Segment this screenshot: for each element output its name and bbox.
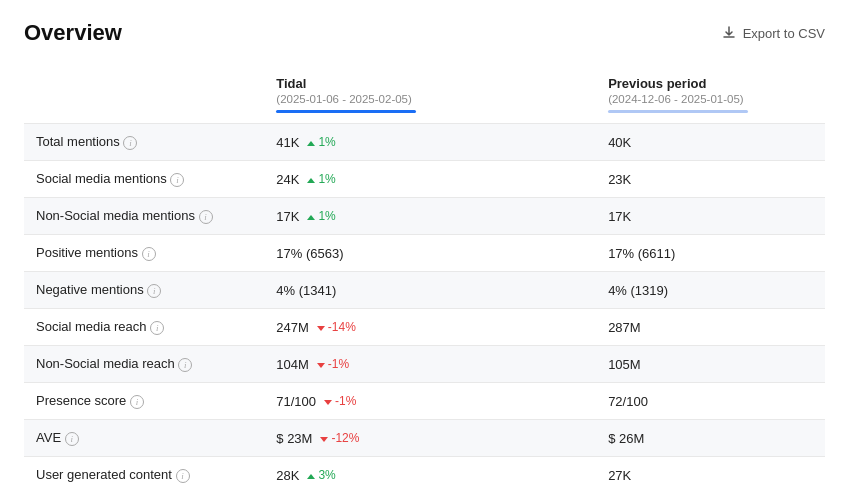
table-row: Presence score i71/100-1%72/100 bbox=[24, 383, 825, 420]
tidal-number: 4% (1341) bbox=[276, 283, 336, 298]
tidal-value-cell: 247M-14% bbox=[264, 309, 596, 346]
prev-number: 17% (6611) bbox=[608, 246, 675, 261]
page-header: Overview Export to CSV bbox=[24, 20, 825, 46]
metric-label-cell: Presence score i bbox=[24, 383, 264, 420]
tidal-number: 17K bbox=[276, 209, 299, 224]
trend-up: 1% bbox=[307, 135, 335, 149]
prev-number: 23K bbox=[608, 172, 631, 187]
metric-label-cell: User generated content i bbox=[24, 457, 264, 494]
tidal-number: 24K bbox=[276, 172, 299, 187]
prev-value-cell: 287M bbox=[596, 309, 825, 346]
info-icon[interactable]: i bbox=[130, 395, 144, 409]
prev-value-cell: 27K bbox=[596, 457, 825, 494]
info-icon[interactable]: i bbox=[199, 210, 213, 224]
prev-number: 40K bbox=[608, 135, 631, 150]
info-icon[interactable]: i bbox=[178, 358, 192, 372]
col-tidal-bar bbox=[276, 110, 416, 113]
tidal-value-cell: $ 23M-12% bbox=[264, 420, 596, 457]
metric-label: User generated content bbox=[36, 467, 172, 482]
metric-label: Non-Social media mentions bbox=[36, 208, 195, 223]
col-header-tidal: Tidal (2025-01-06 - 2025-02-05) bbox=[264, 70, 596, 124]
tidal-number: 28K bbox=[276, 468, 299, 483]
info-icon[interactable]: i bbox=[65, 432, 79, 446]
export-icon bbox=[721, 25, 737, 41]
prev-value-cell: 17K bbox=[596, 198, 825, 235]
arrow-down-icon bbox=[324, 394, 333, 408]
tidal-value-cell: 28K3% bbox=[264, 457, 596, 494]
arrow-up-icon bbox=[307, 172, 316, 186]
prev-number: 287M bbox=[608, 320, 641, 335]
metric-label: Social media mentions bbox=[36, 171, 167, 186]
prev-value-cell: 105M bbox=[596, 346, 825, 383]
tidal-number: $ 23M bbox=[276, 431, 312, 446]
prev-number: 72/100 bbox=[608, 394, 648, 409]
trend-up: 1% bbox=[307, 172, 335, 186]
trend-up: 3% bbox=[307, 468, 335, 482]
col-header-metric bbox=[24, 70, 264, 124]
tidal-number: 41K bbox=[276, 135, 299, 150]
arrow-up-icon bbox=[307, 468, 316, 482]
metric-label-cell: Non-Social media mentions i bbox=[24, 198, 264, 235]
prev-number: 4% (1319) bbox=[608, 283, 668, 298]
metric-label-cell: Social media reach i bbox=[24, 309, 264, 346]
table-row: Total mentions i41K1%40K bbox=[24, 124, 825, 161]
prev-value-cell: 23K bbox=[596, 161, 825, 198]
page-title: Overview bbox=[24, 20, 122, 46]
metric-label: Negative mentions bbox=[36, 282, 144, 297]
info-icon[interactable]: i bbox=[150, 321, 164, 335]
arrow-down-icon bbox=[320, 431, 329, 445]
trend-down: -1% bbox=[317, 357, 349, 371]
metric-label-cell: Social media mentions i bbox=[24, 161, 264, 198]
info-icon[interactable]: i bbox=[142, 247, 156, 261]
col-header-prev: Previous period (2024-12-06 - 2025-01-05… bbox=[596, 70, 825, 124]
prev-number: 105M bbox=[608, 357, 641, 372]
trend-down: -12% bbox=[320, 431, 359, 445]
trend-down: -1% bbox=[324, 394, 356, 408]
metric-label-cell: Total mentions i bbox=[24, 124, 264, 161]
col-tidal-period: (2025-01-06 - 2025-02-05) bbox=[276, 93, 584, 105]
info-icon[interactable]: i bbox=[176, 469, 190, 483]
tidal-number: 247M bbox=[276, 320, 309, 335]
table-row: Positive mentions i17% (6563)17% (6611) bbox=[24, 235, 825, 272]
prev-value-cell: $ 26M bbox=[596, 420, 825, 457]
tidal-value-cell: 71/100-1% bbox=[264, 383, 596, 420]
info-icon[interactable]: i bbox=[123, 136, 137, 150]
table-row: AVE i$ 23M-12%$ 26M bbox=[24, 420, 825, 457]
metric-label: Presence score bbox=[36, 393, 126, 408]
info-icon[interactable]: i bbox=[147, 284, 161, 298]
metric-label: Positive mentions bbox=[36, 245, 138, 260]
table-row: User generated content i28K3%27K bbox=[24, 457, 825, 494]
tidal-value-cell: 41K1% bbox=[264, 124, 596, 161]
prev-number: 27K bbox=[608, 468, 631, 483]
col-prev-bar bbox=[608, 110, 748, 113]
metric-label: AVE bbox=[36, 430, 61, 445]
metric-label-cell: AVE i bbox=[24, 420, 264, 457]
export-label: Export to CSV bbox=[743, 26, 825, 41]
tidal-number: 17% (6563) bbox=[276, 246, 343, 261]
table-body: Total mentions i41K1%40KSocial media men… bbox=[24, 124, 825, 494]
metric-label: Total mentions bbox=[36, 134, 120, 149]
col-prev-name: Previous period bbox=[608, 76, 813, 91]
overview-table-wrap: Tidal (2025-01-06 - 2025-02-05) Previous… bbox=[24, 70, 825, 493]
table-row: Non-Social media mentions i17K1%17K bbox=[24, 198, 825, 235]
arrow-up-icon bbox=[307, 209, 316, 223]
metric-label-cell: Negative mentions i bbox=[24, 272, 264, 309]
arrow-down-icon bbox=[317, 357, 326, 371]
trend-up: 1% bbox=[307, 209, 335, 223]
arrow-down-icon bbox=[317, 320, 326, 334]
table-row: Negative mentions i4% (1341)4% (1319) bbox=[24, 272, 825, 309]
prev-value-cell: 40K bbox=[596, 124, 825, 161]
tidal-number: 71/100 bbox=[276, 394, 316, 409]
tidal-value-cell: 4% (1341) bbox=[264, 272, 596, 309]
info-icon[interactable]: i bbox=[170, 173, 184, 187]
prev-value-cell: 17% (6611) bbox=[596, 235, 825, 272]
tidal-value-cell: 24K1% bbox=[264, 161, 596, 198]
prev-value-cell: 4% (1319) bbox=[596, 272, 825, 309]
metric-label-cell: Positive mentions i bbox=[24, 235, 264, 272]
col-tidal-name: Tidal bbox=[276, 76, 584, 91]
export-csv-button[interactable]: Export to CSV bbox=[721, 25, 825, 41]
table-row: Social media mentions i24K1%23K bbox=[24, 161, 825, 198]
prev-value-cell: 72/100 bbox=[596, 383, 825, 420]
tidal-value-cell: 104M-1% bbox=[264, 346, 596, 383]
tidal-value-cell: 17K1% bbox=[264, 198, 596, 235]
